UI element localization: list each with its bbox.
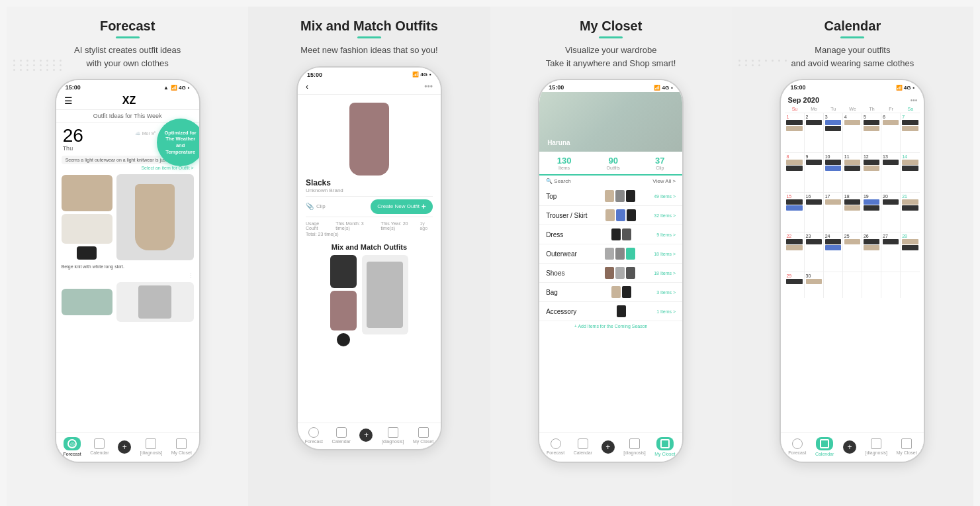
day-number: 26	[63, 126, 83, 145]
tab-closet-4[interactable]: My Closet	[896, 438, 916, 455]
outfit-items: Beige knit with white long skirt. ⋮	[56, 172, 199, 432]
tab-forecast-3[interactable]: Forecast	[547, 438, 564, 455]
menu-icon[interactable]: ☰	[64, 95, 73, 106]
panel-mix-subtitle: Meet new fashion ideas that so you!	[300, 44, 437, 57]
cat-accessory[interactable]: Accessory 1 Items >	[539, 302, 682, 321]
status-bar-2: 15:00 📶 4G▪	[298, 68, 441, 79]
app-logo: XZ	[122, 95, 136, 107]
create-outfit-btn[interactable]: Create New Outfit +	[371, 199, 433, 214]
clip-label: Clip	[316, 203, 326, 209]
cat-dress[interactable]: Dress 9 Items >	[539, 225, 682, 244]
cal-week-5: 29 30	[785, 272, 920, 298]
item-actions: 📎 Clip Create New Outfit +	[306, 196, 433, 217]
outfit-combo-2	[362, 255, 408, 346]
panel-calendar-title: Calendar	[824, 19, 881, 34]
tab-closet-1[interactable]: My Closet	[171, 438, 192, 455]
panel-closet-accent	[599, 36, 623, 38]
closet-hero: Haruna	[539, 92, 682, 152]
cat-outerwear[interactable]: Outerwear 18 Items >	[539, 244, 682, 264]
time-1: 15:00	[66, 84, 81, 91]
cal-month: Sep 2020	[787, 96, 819, 104]
tab-calendar-3[interactable]: Calendar	[574, 438, 592, 455]
calendar-icon-2	[336, 427, 347, 438]
panel-mix: Mix and Match Outfits Meet new fashion i…	[248, 7, 490, 506]
panel-closet: My Closet Visualize your wardrobeTake it…	[490, 7, 732, 506]
weather-badge: Optimized for The Weather and Temperatur…	[157, 119, 200, 166]
closet-search-row: 🔍 Search View All >	[539, 176, 682, 187]
diag-icon-2	[388, 427, 398, 438]
tab-add-3[interactable]: +	[601, 440, 615, 454]
outfit-photo-2	[116, 282, 193, 322]
tab-diag-1[interactable]: [diagnosis]	[140, 438, 162, 455]
panel-calendar-subtitle: Manage your outfitsand avoid wearing sam…	[791, 44, 914, 70]
hero-name: Haruna	[547, 139, 570, 146]
outfit-row-1	[62, 174, 194, 260]
time-ago: 1y ago	[420, 221, 432, 230]
tab-add-1[interactable]: +	[118, 440, 131, 454]
cal-week-4: 22 23 24 25 26 27 28	[785, 232, 920, 272]
pants-shape	[349, 103, 389, 176]
panel-closet-title: My Closet	[580, 19, 642, 34]
tab-calendar-1[interactable]: Calendar	[90, 438, 109, 455]
cal-week-2: 8 9 10 11 12 13 14	[785, 152, 920, 192]
cat-top[interactable]: Top 49 Items >	[539, 187, 682, 206]
phone-mix: 15:00 📶 4G▪ ‹ ••• Slacks	[296, 66, 442, 450]
bag-garment	[77, 246, 97, 260]
tab-forecast-2[interactable]: Forecast	[305, 427, 323, 444]
search-label[interactable]: 🔍 Search	[546, 178, 571, 184]
cat-shoes[interactable]: Shoes 18 Items >	[539, 264, 682, 283]
status-icons-1: ▲ 📶 4G ▪	[163, 85, 190, 91]
tab-calendar-4[interactable]: Calendar	[815, 437, 834, 456]
day-label: Thu	[63, 145, 83, 152]
cat-bag[interactable]: Bag 3 Items >	[539, 283, 682, 302]
nav-bar-1: ☰ XZ ...	[56, 92, 199, 110]
stat-clip: 37 Clip	[655, 156, 664, 170]
tab-bar-4: Forecast Calendar +	[781, 432, 924, 462]
tab-forecast-1[interactable]: ◎ Forecast	[63, 437, 81, 456]
back-icon[interactable]: ‹	[306, 82, 308, 91]
skirt-garment	[62, 214, 113, 244]
item-brand: Unknown Brand	[306, 187, 433, 193]
tab-closet-2[interactable]: My Closet	[413, 427, 433, 444]
item-name: Slacks	[306, 178, 433, 187]
tab-diag-2[interactable]: [diagnosis]	[382, 427, 404, 444]
clip-icon: 📎	[306, 203, 314, 210]
panel-forecast-title: Forecast	[100, 19, 155, 34]
tab-diag-4[interactable]: [diagnosis]	[865, 438, 887, 455]
tab-add-4[interactable]: +	[843, 440, 856, 454]
calendar-content: Sep 2020 ••• Su Mo Tu We Th Fr Sa	[781, 92, 924, 432]
tab-closet-3[interactable]: My Closet	[654, 437, 675, 456]
add-icon-2: +	[359, 429, 373, 442]
more-icon[interactable]: ⋮	[62, 273, 194, 279]
tab-diag-3[interactable]: [diagnosis]	[623, 438, 645, 455]
panel-mix-accent	[357, 36, 381, 38]
diag-icon	[146, 438, 156, 449]
view-all-link[interactable]: View All >	[652, 178, 676, 184]
cal-week-1: 1 2 3 4 5 6 7	[785, 113, 920, 152]
panel-forecast: Forecast AI stylist creates outfit ideas…	[7, 7, 248, 506]
tab-add-2[interactable]: +	[359, 429, 373, 442]
nav-bar-2: ‹ •••	[298, 79, 441, 95]
usage-header: Usage Count This Month: 3 time(s) This Y…	[306, 221, 433, 230]
cal-grid: 1 2 3 4 5 6 7 8 9	[785, 113, 920, 430]
cal-more-icon[interactable]: •••	[911, 97, 918, 104]
top-garment	[62, 175, 113, 211]
more-menu-icon[interactable]: •••	[424, 82, 433, 91]
dots-pattern-1	[13, 60, 64, 71]
outfit-photo	[116, 174, 193, 260]
tab-forecast-4[interactable]: Forecast	[788, 438, 806, 455]
calendar-icon	[94, 438, 105, 449]
closet-content: Haruna 130 Items 90 Outfits	[539, 92, 682, 432]
cat-trouser[interactable]: Trouser / Skirt 32 Items >	[539, 206, 682, 225]
panel-forecast-accent	[116, 36, 140, 38]
add-season-btn[interactable]: + Add Items for the Coming Season	[539, 321, 682, 331]
stat-items: 130 Items	[557, 156, 572, 170]
pants-area	[306, 103, 433, 176]
app-container: Forecast AI stylist creates outfit ideas…	[7, 7, 973, 506]
tab-calendar-2[interactable]: Calendar	[332, 427, 350, 444]
phone-forecast: Optimized for The Weather and Temperatur…	[55, 79, 200, 463]
total-count: Total: 23 time(s)	[306, 232, 433, 236]
time-4: 15:00	[790, 84, 805, 91]
mix-content: Slacks Unknown Brand 📎 Clip Create New O…	[298, 95, 441, 423]
outfit-caption: Beige knit with white long skirt.	[62, 263, 194, 270]
